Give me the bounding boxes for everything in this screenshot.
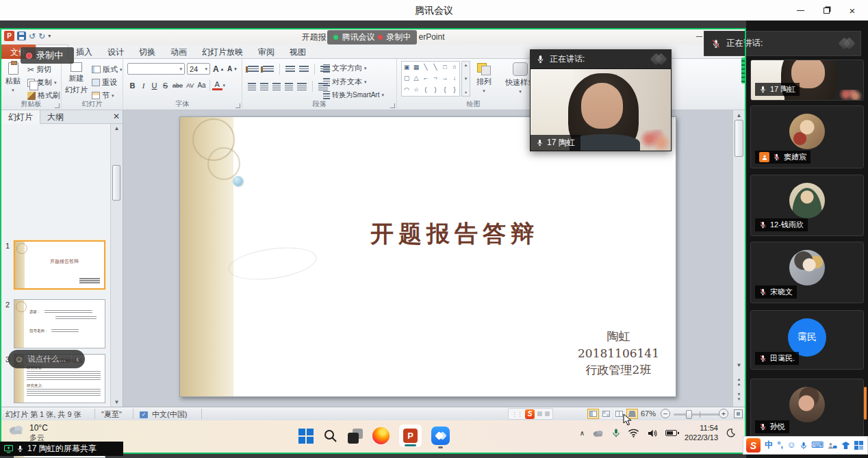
firefox-icon[interactable] xyxy=(372,427,390,444)
previous-slide-button[interactable]: ▲▲ xyxy=(733,377,745,386)
weather-widget[interactable]: 10°C 多云 xyxy=(8,423,48,443)
ime-keyboard-icon[interactable]: ⌨ xyxy=(811,441,824,450)
sogou-mini-toolbar[interactable]: ⋮⋮ S xyxy=(508,408,553,420)
decrease-indent-icon[interactable] xyxy=(285,66,295,73)
align-right-icon[interactable] xyxy=(272,83,281,90)
thumbnail-scrollbar[interactable]: ▲ ▼ xyxy=(110,124,123,407)
shrink-font-button[interactable]: A▾ xyxy=(227,65,237,73)
tab-animations[interactable]: 动画 xyxy=(163,44,194,59)
grow-font-button[interactable]: A▴ xyxy=(213,64,223,74)
scroll-down-icon[interactable]: ▼ xyxy=(733,362,745,368)
participant-tile[interactable]: 12-钱雨欣 xyxy=(750,175,864,236)
slide-sorter-view-button[interactable] xyxy=(600,409,612,419)
participant-tile[interactable]: 宋晓文 xyxy=(750,242,864,303)
pane-close-icon[interactable]: ✕ xyxy=(113,112,120,121)
align-left-icon[interactable] xyxy=(248,83,256,90)
volume-icon[interactable] xyxy=(647,429,658,438)
shadow-button[interactable]: S xyxy=(160,79,170,91)
reset-button[interactable]: 重设 xyxy=(92,77,117,88)
zoom-out-button[interactable]: − xyxy=(661,409,670,418)
chat-quick-bar[interactable]: ☺ 说点什么... ‹ xyxy=(8,350,85,368)
character-spacing-button[interactable]: AV xyxy=(185,79,195,91)
fit-to-window-button[interactable] xyxy=(734,409,743,418)
smartart-button[interactable]: 转换为SmartArt ▾ xyxy=(323,90,384,100)
tray-mic-icon[interactable] xyxy=(612,428,620,438)
scroll-thumb[interactable] xyxy=(735,120,743,157)
close-button[interactable]: × xyxy=(839,0,865,21)
tab-view[interactable]: 视图 xyxy=(282,44,314,59)
scroll-up-icon[interactable]: ▲ xyxy=(733,112,745,118)
ime-skin-icon[interactable] xyxy=(841,442,850,450)
font-size-combo[interactable]: 24▾ xyxy=(187,63,210,75)
bullets-icon[interactable] xyxy=(248,66,259,73)
zoom-slider[interactable] xyxy=(674,414,726,416)
minimize-button[interactable] xyxy=(787,0,813,21)
tab-review[interactable]: 审阅 xyxy=(251,44,282,59)
slide[interactable]: 开题报告答辩 陶虹 20181106141 行政管理2班 xyxy=(179,116,676,397)
slides-pane-tab[interactable]: 幻灯片 xyxy=(1,110,40,124)
strikethrough-button[interactable]: abe xyxy=(171,79,184,91)
distribute-icon[interactable] xyxy=(297,83,307,90)
battery-icon[interactable] xyxy=(665,430,677,436)
align-text-button[interactable]: 对齐文本 ▾ xyxy=(323,77,367,87)
cut-button[interactable]: ✂ 剪切 xyxy=(27,64,51,75)
font-dialog-launcher-icon[interactable] xyxy=(235,103,240,108)
paragraph-dialog-launcher-icon[interactable] xyxy=(390,103,395,108)
font-color-button[interactable]: A xyxy=(212,81,222,90)
main-vertical-scrollbar[interactable]: ▲ ▼ ▲▲ ▼▼ xyxy=(732,110,745,407)
ppt-minimize-icon[interactable] xyxy=(696,36,702,37)
ime-punctuation-mode[interactable]: °, xyxy=(778,441,783,450)
tab-slideshow[interactable]: 幻灯片放映 xyxy=(194,44,251,59)
slide-thumbnail-2[interactable]: 选题： 指导老师： xyxy=(14,299,105,348)
chat-placeholder[interactable]: 说点什么... xyxy=(27,354,66,364)
start-button[interactable] xyxy=(298,429,314,444)
zoom-in-button[interactable]: + xyxy=(719,409,728,418)
taskbar-powerpoint-icon[interactable]: P xyxy=(399,424,422,447)
text-direction-button[interactable]: 文字方向 ▾ xyxy=(323,63,367,73)
copy-button[interactable]: 复制 ▾ xyxy=(27,77,57,88)
justify-icon[interactable] xyxy=(285,83,293,90)
ime-mic-icon[interactable] xyxy=(800,442,807,450)
arrange-button[interactable]: 排列 ▾ xyxy=(476,63,492,94)
increase-indent-icon[interactable] xyxy=(299,66,309,73)
font-name-combo[interactable]: ▾ xyxy=(127,63,185,75)
numbering-icon[interactable] xyxy=(263,66,274,73)
participant-tile[interactable]: 孙悦 xyxy=(750,379,864,438)
tray-clock[interactable]: 11:54 2022/3/13 xyxy=(685,424,718,443)
taskbar-meeting-icon[interactable] xyxy=(431,427,450,445)
tray-expand-icon[interactable]: ∧ xyxy=(580,429,585,437)
align-center-icon[interactable] xyxy=(260,83,268,90)
underline-button[interactable]: U xyxy=(149,79,159,91)
participant-tile[interactable]: 霭民 田霭民. xyxy=(750,310,864,370)
clipboard-dialog-launcher-icon[interactable] xyxy=(55,103,60,108)
moon-icon[interactable] xyxy=(726,428,736,438)
wifi-icon[interactable] xyxy=(628,429,639,437)
normal-view-button[interactable] xyxy=(587,409,599,419)
participant-tile[interactable]: 窦婧宸 xyxy=(750,105,864,168)
shapes-scrollbar[interactable]: ▲▼▾ xyxy=(461,61,470,97)
shapes-gallery[interactable]: ▣▦╲╲□○ ▢△⌐¬→↓ ◠☆(){} xyxy=(401,61,460,97)
italic-button[interactable]: I xyxy=(138,79,149,91)
participant-tile[interactable]: 17 陶虹 xyxy=(750,60,864,101)
task-view-button[interactable] xyxy=(348,429,363,444)
ime-account-icon[interactable] xyxy=(828,442,837,450)
collapse-icon[interactable]: ‹ xyxy=(76,355,79,364)
restore-button[interactable] xyxy=(813,0,839,21)
next-slide-button[interactable]: ▼▼ xyxy=(733,392,745,401)
language-indicator[interactable]: 中文(中国) xyxy=(152,409,187,420)
ime-toolbox-icon[interactable] xyxy=(854,441,863,450)
ime-chinese-mode[interactable]: 中 xyxy=(765,441,774,450)
zoom-slider-thumb[interactable] xyxy=(686,410,692,419)
sogou-ime-bar[interactable]: S 中 °, ☺ ⌨ xyxy=(743,436,868,455)
ime-emoji-icon[interactable]: ☺ xyxy=(787,441,796,450)
tab-transitions[interactable]: 切换 xyxy=(131,44,163,59)
speaker-float-panel[interactable]: 正在讲话: 17 陶虹 xyxy=(530,49,672,151)
sidebar-scrollbar[interactable] xyxy=(864,387,867,420)
outline-pane-tab[interactable]: 大纲 xyxy=(40,110,71,124)
paste-button[interactable]: 粘贴 ▾ xyxy=(5,62,21,93)
scroll-down-icon[interactable]: ▼ xyxy=(111,399,123,405)
tab-design[interactable]: 设计 xyxy=(100,44,131,59)
bold-button[interactable]: B xyxy=(127,79,138,91)
layout-button[interactable]: 版式 ▾ xyxy=(92,64,123,75)
new-slide-button[interactable]: 新建 幻灯片 xyxy=(65,62,88,95)
